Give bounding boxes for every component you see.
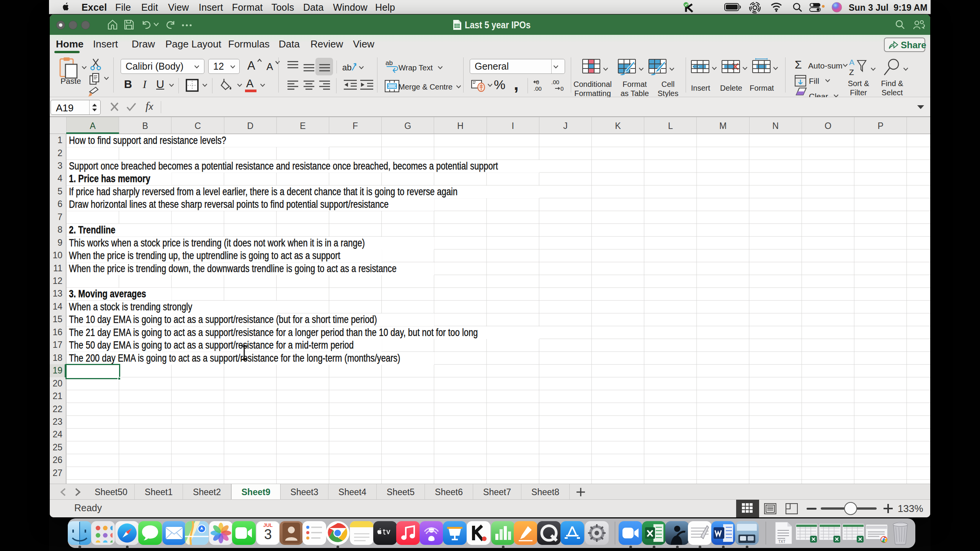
svg-text:A: A bbox=[849, 58, 854, 67]
svg-text:ab: ab bbox=[342, 63, 351, 72]
svg-text:.00: .00 bbox=[534, 85, 542, 92]
svg-text:ab: ab bbox=[385, 60, 393, 67]
svg-text:TXT: TXT bbox=[778, 540, 786, 544]
svg-text:Z: Z bbox=[849, 68, 854, 77]
svg-text:0: 0 bbox=[560, 85, 564, 92]
svg-text:.00: .00 bbox=[551, 79, 559, 85]
